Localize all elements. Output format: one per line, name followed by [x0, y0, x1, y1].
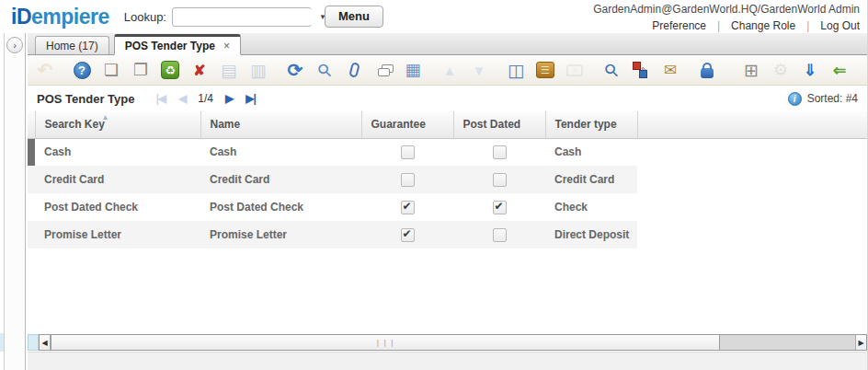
status-footer — [28, 352, 867, 370]
row-selector[interactable] — [28, 221, 35, 249]
detail-record-icon[interactable]: ▼ — [468, 59, 490, 81]
lock-icon[interactable] — [696, 59, 718, 81]
post-dated-checkbox[interactable] — [493, 145, 507, 159]
column-header-search-key[interactable]: ▲Search Key — [35, 111, 200, 138]
change-role-link[interactable]: Change Role — [731, 19, 795, 32]
ignore-icon[interactable]: ↶ — [34, 59, 56, 81]
last-record-icon[interactable]: ▶| — [246, 92, 256, 105]
grid-header-row: ▲Search Key Name Guarantee Post Dated Te… — [28, 111, 867, 138]
column-header-guarantee[interactable]: Guarantee — [361, 111, 453, 138]
guarantee-checkbox[interactable] — [401, 145, 415, 159]
preference-link[interactable]: Preference — [652, 19, 706, 32]
csv-import-icon[interactable]: ⇐ — [828, 59, 851, 81]
window-toolbar: ↶ ? ❏ ❐ ♻ ✘ ▤ ▥ ⟳ ⚲ ▦ ▲ ▼ ◫ ☰ ☰ ⚲ ⇘ ✉ ⊞ … — [28, 55, 867, 86]
requests-icon[interactable]: ✉ — [659, 59, 681, 81]
table-row[interactable]: Credit Card Credit Card Credit Card — [28, 166, 867, 193]
menu-button[interactable]: Menu — [325, 6, 383, 28]
table-row[interactable]: Post Dated Check Post Dated Check Check — [28, 193, 867, 221]
customize-window-icon[interactable]: ⊞ — [740, 59, 762, 81]
pos-tender-type-grid: ▲Search Key Name Guarantee Post Dated Te… — [28, 111, 867, 249]
idempiere-logo: iDempiere — [11, 5, 109, 29]
scroll-right-icon[interactable]: ▶ — [855, 335, 866, 350]
splitter-corner — [28, 334, 39, 351]
column-header-filler — [637, 111, 867, 138]
tab-bar: Home (17) POS Tender Type × — [28, 33, 867, 55]
find-icon[interactable]: ⚲ — [314, 59, 336, 81]
process-icon[interactable]: ⚙ — [770, 59, 792, 81]
splitter-corner — [0, 333, 4, 352]
post-dated-checkbox[interactable] — [493, 228, 507, 242]
record-nav-row: POS Tender Type |◀ ◀ 1/4 ▶ ▶| i Sorted: … — [28, 86, 867, 111]
parent-record-icon[interactable]: ▲ — [439, 59, 461, 81]
lookup-combobox[interactable]: ▼ — [172, 7, 312, 27]
scrollbar-thumb[interactable]: ❘❘❘ — [51, 335, 720, 350]
calendar-icon[interactable]: ▦ — [402, 59, 424, 81]
column-header-tender-type[interactable]: Tender type — [545, 111, 637, 138]
horizontal-scrollbar-row: ◀ ❘❘❘ ▶ — [28, 333, 867, 352]
info-icon[interactable]: i — [788, 92, 802, 106]
column-header-post-dated[interactable]: Post Dated — [453, 111, 545, 138]
guarantee-checkbox[interactable] — [401, 173, 415, 187]
record-position: 1/4 — [198, 92, 213, 105]
chat-icon[interactable] — [372, 59, 394, 81]
sort-ascending-icon: ▲ — [102, 113, 109, 121]
help-icon[interactable]: ? — [71, 59, 93, 81]
link-separator: | — [717, 19, 720, 32]
delete-record-icon[interactable]: ♻ — [159, 59, 181, 81]
lookup-label: Lookup: — [124, 10, 166, 24]
main-content: Home (17) POS Tender Type × ↶ ? ❏ ❐ ♻ ✘ … — [28, 33, 867, 370]
link-separator: | — [806, 19, 809, 32]
logo-part-dark: iD — [11, 5, 31, 29]
toggle-grid-icon[interactable]: ◫ — [505, 59, 527, 81]
west-panel-collapsed: › — [0, 33, 28, 370]
sorted-status: i Sorted: #4 — [788, 92, 858, 106]
row-selector[interactable] — [28, 193, 35, 221]
post-dated-checkbox[interactable] — [493, 201, 507, 214]
post-dated-checkbox[interactable] — [493, 173, 507, 187]
copy-record-icon[interactable]: ❐ — [130, 59, 152, 81]
user-block: GardenAdmin@GardenWorld.HQ/GardenWorld A… — [593, 3, 860, 32]
scroll-left-icon[interactable]: ◀ — [40, 335, 51, 350]
first-record-icon[interactable]: |◀ — [155, 92, 166, 105]
logo-part-light: empiere — [31, 5, 109, 29]
scrollbar-track[interactable] — [720, 335, 855, 350]
archive-icon[interactable]: ☰ — [534, 59, 556, 81]
table-row[interactable]: Cash Cash Cash — [28, 138, 867, 166]
requery-icon[interactable]: ⟳ — [284, 59, 306, 81]
workflow-icon[interactable]: ⇘ — [630, 59, 652, 81]
new-record-icon[interactable]: ❏ — [100, 59, 122, 81]
top-header: iDempiere Lookup: ▼ Menu GardenAdmin@Gar… — [0, 0, 867, 33]
save-create-icon[interactable]: ▥ — [247, 59, 269, 81]
attachment-icon[interactable] — [343, 59, 365, 81]
zoom-across-icon[interactable]: ⚲ — [600, 59, 622, 81]
table-row[interactable]: Promise Letter Promise Letter Direct Dep… — [28, 221, 867, 249]
idempiere-window: iDempiere Lookup: ▼ Menu GardenAdmin@Gar… — [0, 0, 868, 370]
sorted-label: Sorted: #4 — [807, 92, 858, 105]
tab-label: POS Tender Type — [125, 40, 215, 52]
row-selector[interactable] — [28, 138, 35, 166]
horizontal-scrollbar[interactable]: ◀ ❘❘❘ ▶ — [39, 334, 867, 351]
expand-panel-button[interactable]: › — [6, 37, 23, 53]
selector-column-header — [28, 111, 35, 138]
row-selector[interactable] — [28, 166, 35, 193]
previous-record-icon[interactable]: ◀ — [178, 92, 186, 105]
page-title: POS Tender Type — [37, 92, 134, 106]
delete-selection-icon[interactable]: ✘ — [188, 59, 211, 81]
tab-home[interactable]: Home (17) — [35, 36, 109, 54]
export-icon[interactable]: ⇓ — [799, 59, 821, 81]
save-icon[interactable]: ▤ — [218, 59, 240, 81]
guarantee-checkbox[interactable] — [401, 228, 415, 242]
log-out-link[interactable]: Log Out — [820, 19, 860, 32]
print-icon[interactable]: ☰ — [564, 59, 586, 81]
next-record-icon[interactable]: ▶ — [225, 92, 233, 105]
column-header-name[interactable]: Name — [200, 111, 361, 138]
lookup-input[interactable] — [177, 9, 319, 25]
tab-pos-tender-type[interactable]: POS Tender Type × — [114, 34, 241, 55]
guarantee-checkbox[interactable] — [401, 201, 415, 214]
logged-in-user: GardenAdmin@GardenWorld.HQ/GardenWorld A… — [593, 3, 860, 16]
close-icon[interactable]: × — [223, 40, 230, 52]
